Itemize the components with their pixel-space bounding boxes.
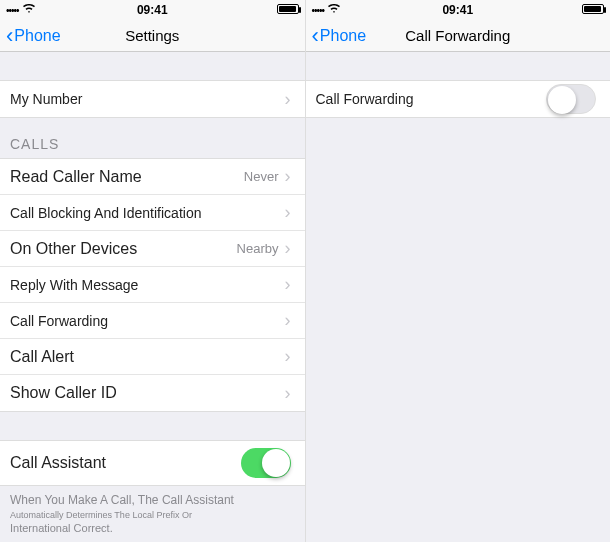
- signal-dots: •••••: [6, 5, 19, 16]
- status-time: 09:41: [442, 3, 473, 17]
- chevron-right-icon: ›: [285, 238, 291, 259]
- calls-section-header: CALLS: [0, 118, 305, 158]
- right-pane: ••••• 09:41 ‹ Phone Call Forwarding Call…: [306, 0, 611, 542]
- row-value: Nearby: [237, 241, 279, 256]
- call-assistant-row: Call Assistant: [0, 441, 305, 485]
- row-label: Call Forwarding: [316, 91, 547, 107]
- row-label: On Other Devices: [10, 240, 237, 258]
- back-label: Phone: [320, 27, 366, 45]
- forwarding-group: Call Forwarding: [306, 80, 611, 118]
- page-title: Settings: [125, 27, 179, 44]
- call-assistant-toggle[interactable]: [241, 448, 291, 478]
- signal-dots: •••••: [312, 5, 325, 16]
- my-number-group: My Number ›: [0, 80, 305, 118]
- chevron-left-icon: ‹: [312, 25, 319, 47]
- call-blocking-row[interactable]: Call Blocking And Identification ›: [0, 195, 305, 231]
- call-forwarding-toggle[interactable]: [546, 84, 596, 114]
- chevron-right-icon: ›: [285, 346, 291, 367]
- back-button[interactable]: ‹ Phone: [312, 25, 367, 47]
- row-label: Read Caller Name: [10, 168, 244, 186]
- battery-icon: [277, 4, 299, 16]
- status-time: 09:41: [137, 3, 168, 17]
- chevron-right-icon: ›: [285, 89, 291, 110]
- show-caller-id-row[interactable]: Show Caller ID ›: [0, 375, 305, 411]
- row-label: Call Alert: [10, 348, 285, 366]
- call-assistant-group: Call Assistant: [0, 440, 305, 486]
- nav-bar: ‹ Phone Call Forwarding: [306, 20, 611, 52]
- back-button[interactable]: ‹ Phone: [6, 25, 61, 47]
- on-other-devices-row[interactable]: On Other Devices Nearby ›: [0, 231, 305, 267]
- call-forwarding-toggle-row: Call Forwarding: [306, 81, 611, 117]
- back-label: Phone: [14, 27, 60, 45]
- row-label: My Number: [10, 91, 285, 107]
- chevron-right-icon: ›: [285, 166, 291, 187]
- call-forwarding-row[interactable]: Call Forwarding ›: [0, 303, 305, 339]
- chevron-right-icon: ›: [285, 274, 291, 295]
- reply-with-message-row[interactable]: Reply With Message ›: [0, 267, 305, 303]
- call-alert-row[interactable]: Call Alert ›: [0, 339, 305, 375]
- battery-icon: [582, 4, 604, 16]
- my-number-row[interactable]: My Number ›: [0, 81, 305, 117]
- row-label: Call Forwarding: [10, 313, 285, 329]
- chevron-right-icon: ›: [285, 202, 291, 223]
- read-caller-name-row[interactable]: Read Caller Name Never ›: [0, 159, 305, 195]
- calls-group: Read Caller Name Never › Call Blocking A…: [0, 158, 305, 412]
- wifi-icon: [23, 4, 35, 16]
- page-title: Call Forwarding: [405, 27, 510, 44]
- nav-bar: ‹ Phone Settings: [0, 20, 305, 52]
- row-label: Reply With Message: [10, 277, 285, 293]
- chevron-right-icon: ›: [285, 383, 291, 404]
- row-label: Call Assistant: [10, 454, 241, 472]
- chevron-right-icon: ›: [285, 310, 291, 331]
- left-pane: ••••• 09:41 ‹ Phone Settings My Number ›…: [0, 0, 306, 542]
- wifi-icon: [328, 4, 340, 16]
- status-bar: ••••• 09:41: [306, 0, 611, 20]
- row-label: Call Blocking And Identification: [10, 205, 285, 221]
- status-bar: ••••• 09:41: [0, 0, 305, 20]
- row-value: Never: [244, 169, 279, 184]
- row-label: Show Caller ID: [10, 384, 285, 402]
- call-assistant-footer: When You Make A Call, The Call Assistant…: [0, 486, 305, 542]
- chevron-left-icon: ‹: [6, 25, 13, 47]
